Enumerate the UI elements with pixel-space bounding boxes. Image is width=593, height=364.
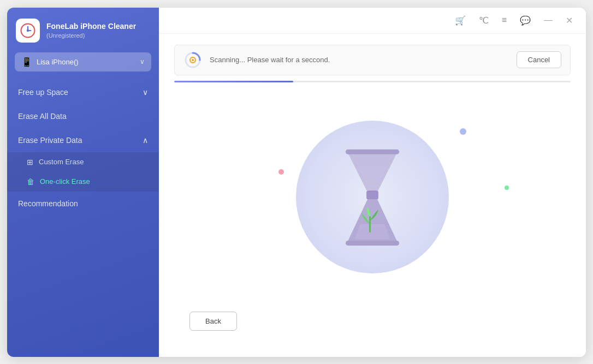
sidebar: FoneLab iPhone Cleaner (Unregistered) 📱 … [7,8,159,357]
svg-rect-6 [346,149,399,154]
nav-item-label: Recommendation [18,199,78,208]
svg-rect-7 [346,241,399,246]
app-logo [16,19,40,43]
chevron-up-icon: ∧ [143,136,148,145]
back-button[interactable]: Back [189,312,237,331]
nav-submenu-erase-private: ⊞ Custom Erase 🗑 One-click Erase [7,152,159,192]
nav-item-label: Erase All Data [18,112,67,121]
close-button[interactable]: ✕ [564,13,575,28]
scan-spinner-icon [183,51,202,69]
main-content: 🛒 ℃ ≡ 💬 — ✕ Scanning... Please wait for … [159,8,586,357]
hourglass-svg [323,142,422,252]
app-title: FoneLab iPhone Cleaner [46,22,136,31]
nav-label-text: Recommendation [18,199,78,208]
app-window: FoneLab iPhone Cleaner (Unregistered) 📱 … [7,8,586,357]
trash-icon: 🗑 [27,177,34,186]
sidebar-item-one-click-erase[interactable]: 🗑 One-click Erase [7,172,159,192]
chevron-down-icon: ∨ [140,58,145,65]
nav-label-text: Erase All Data [18,112,67,121]
custom-erase-label: Custom Erase [39,158,84,166]
cart-icon[interactable]: 🛒 [453,13,468,28]
illustration-area [159,82,586,312]
title-bar: 🛒 ℃ ≡ 💬 — ✕ [159,8,586,34]
cancel-button[interactable]: Cancel [517,51,561,68]
nav-item-label: Erase Private Data [18,136,82,145]
nav-label-text: Free up Space [18,88,68,97]
app-subtitle: (Unregistered) [46,32,136,39]
decorative-dot-green [505,186,509,190]
chat-icon[interactable]: 💬 [518,13,533,28]
hourglass-illustration [296,121,449,273]
device-name: Lisa iPhone() [37,58,135,66]
nav-section-erase-private: Erase Private Data ∧ ⊞ Custom Erase 🗑 On… [7,128,159,192]
sidebar-item-erase-private-data[interactable]: Erase Private Data ∧ [7,128,159,152]
sidebar-item-erase-all-data[interactable]: Erase All Data [7,104,159,128]
svg-point-4 [192,59,194,61]
sidebar-item-free-up-space[interactable]: Free up Space ∨ [7,80,159,104]
nav-label-text: Erase Private Data [18,136,82,145]
nav-item-label: Free up Space [18,88,68,97]
minimize-button[interactable]: — [542,13,555,27]
decorative-dot-pink [278,169,284,175]
menu-icon[interactable]: ≡ [500,13,509,27]
sidebar-item-recommendation[interactable]: Recommendation [7,192,159,216]
scanning-bar: Scanning... Please wait for a seccond. C… [174,45,571,75]
sidebar-header: FoneLab iPhone Cleaner (Unregistered) [7,8,159,52]
question-icon[interactable]: ℃ [477,13,491,28]
one-click-erase-label: One-click Erase [40,177,90,186]
sidebar-nav: Free up Space ∨ Erase All Data Erase Pri… [7,80,159,216]
app-title-block: FoneLab iPhone Cleaner (Unregistered) [46,22,136,39]
svg-rect-5 [366,190,378,199]
custom-erase-icon: ⊞ [27,158,33,166]
chevron-icon: ∨ [143,88,148,97]
sidebar-item-custom-erase[interactable]: ⊞ Custom Erase [7,152,159,172]
bottom-row: Back [159,312,586,357]
svg-point-1 [27,29,29,31]
scan-status-text: Scanning... Please wait for a seccond. [210,56,509,64]
decorative-dot-blue [460,128,466,135]
device-selector[interactable]: 📱 Lisa iPhone() ∨ [15,52,151,71]
device-icon: 📱 [21,57,32,67]
